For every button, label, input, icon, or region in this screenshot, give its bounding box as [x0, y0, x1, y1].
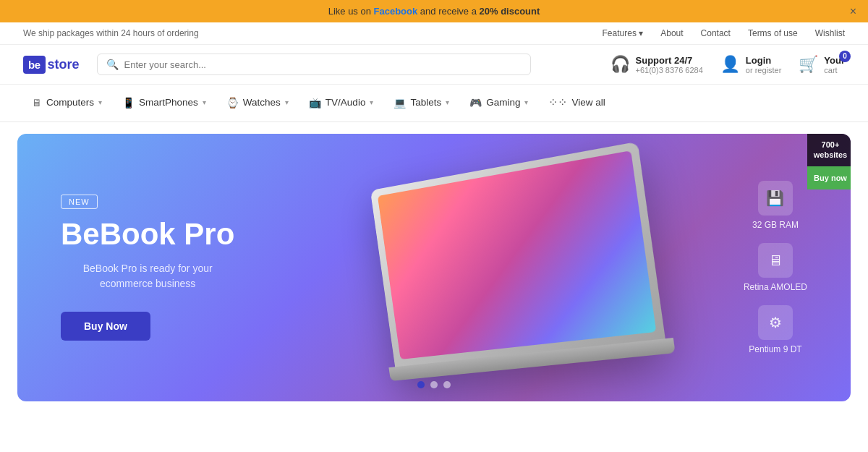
hero-banner: NEW BeBook Pro BeBook Pro is ready for y… — [17, 134, 851, 401]
nav-item-watches[interactable]: ⌚ Watches ▾ — [218, 87, 297, 120]
ram-icon: 💾 — [758, 181, 793, 216]
login-label: Login — [746, 55, 782, 66]
logo[interactable]: be store — [23, 56, 80, 74]
spec-ram-label: 32 GB RAM — [752, 220, 799, 230]
nav-item-computers[interactable]: 🖥 Computers ▾ — [23, 87, 111, 120]
facebook-link[interactable]: Facebook — [374, 6, 418, 17]
computers-icon: 🖥 — [32, 97, 42, 108]
chevron-down-icon: ▾ — [446, 98, 449, 106]
nav-bar: 🖥 Computers ▾ 📱 SmartPhones ▾ ⌚ Watches … — [0, 85, 868, 122]
nav-item-smartphones[interactable]: 📱 SmartPhones ▾ — [114, 87, 215, 120]
support-phone: +61(0)3 8376 6284 — [636, 66, 703, 74]
hero-content: NEW BeBook Pro BeBook Pro is ready for y… — [61, 195, 234, 341]
dot-1[interactable] — [417, 381, 425, 388]
smartphones-icon: 📱 — [122, 97, 135, 108]
chevron-down-icon: ▾ — [98, 98, 102, 106]
nav-item-gaming[interactable]: 🎮 Gaming ▾ — [461, 87, 537, 120]
search-icon: 🔍 — [106, 59, 119, 70]
nav-item-viewall[interactable]: ⁘⁘ View all — [540, 85, 613, 121]
side-panel: 700+700+ websiteswebsites Buy now — [807, 134, 851, 189]
discount-highlight: 20% discount — [480, 6, 540, 17]
support-link[interactable]: 🎧 Support 24/7 +61(0)3 8376 6284 — [610, 55, 703, 74]
side-panel-buynow[interactable]: Buy now — [807, 166, 851, 189]
about-link[interactable]: About — [660, 28, 683, 38]
tv-icon: 📺 — [309, 97, 321, 108]
hero-subtitle: BeBook Pro is ready for yourecommerce bu… — [61, 261, 234, 291]
hero-specs: 💾 32 GB RAM 🖥 Retina AMOLED ⚙ Pentium 9 … — [744, 181, 807, 354]
hero-title: BeBook Pro — [61, 218, 234, 251]
nav-label-gaming: Gaming — [486, 97, 520, 108]
nav-label-tablets: Tablets — [410, 97, 441, 108]
headset-icon: 🎧 — [610, 55, 630, 74]
main-header: be store 🔍 🎧 Support 24/7 +61(0)3 8376 6… — [0, 45, 868, 85]
search-bar: 🔍 — [97, 54, 531, 75]
tablet-icon: 💻 — [393, 97, 406, 108]
laptop-screen — [378, 150, 656, 359]
spec-cpu: ⚙ Pentium 9 DT — [744, 305, 807, 354]
chevron-down-icon: ▾ — [203, 98, 206, 106]
logo-be: be — [23, 56, 46, 74]
register-label: or register — [746, 66, 782, 74]
nav-label-tvaudio: TV/Audio — [326, 97, 366, 108]
nav-label-smartphones: SmartPhones — [139, 97, 198, 108]
contact-link[interactable]: Contact — [701, 28, 731, 38]
nav-label-computers: Computers — [46, 97, 94, 108]
user-icon: 👤 — [720, 55, 740, 74]
banner-text: Like us on Facebook and receive a 20% di… — [328, 6, 540, 17]
nav-label-watches: Watches — [243, 97, 281, 108]
cart-link[interactable]: 🛒 0 Your cart — [799, 55, 845, 74]
chevron-down-icon: ▾ — [285, 98, 289, 106]
laptop-body — [370, 142, 668, 380]
header-actions: 🎧 Support 24/7 +61(0)3 8376 6284 👤 Login… — [610, 55, 845, 74]
wishlist-link[interactable]: Wishlist — [815, 28, 845, 38]
cart-badge: 0 — [839, 51, 851, 62]
chevron-down-icon: ▾ — [370, 98, 373, 106]
gaming-icon: 🎮 — [469, 97, 482, 108]
hero-dots — [417, 381, 451, 388]
features-link[interactable]: Features ▾ — [603, 28, 644, 38]
banner-close-button[interactable]: × — [850, 5, 856, 18]
cart-icon: 🛒 — [799, 55, 818, 74]
hero-laptop-image — [373, 166, 677, 369]
logo-store: store — [48, 57, 80, 72]
nav-label-viewall: View all — [571, 97, 605, 108]
cart-sub: cart — [824, 66, 845, 74]
spec-cpu-label: Pentium 9 DT — [749, 344, 801, 354]
watches-icon: ⌚ — [226, 97, 239, 108]
spec-ram: 💾 32 GB RAM — [744, 181, 807, 230]
chevron-down-icon: ▾ — [524, 98, 528, 106]
grid-icon: ⁘⁘ — [548, 95, 567, 109]
sub-header-links: Features ▾ About Contact Terms of use Wi… — [603, 28, 845, 38]
shipping-notice: We ship packages within 24 hours of orde… — [23, 28, 199, 38]
nav-item-tablets[interactable]: 💻 Tablets ▾ — [385, 87, 458, 120]
display-icon: 🖥 — [758, 243, 793, 278]
nav-item-tvaudio[interactable]: 📺 TV/Audio ▾ — [300, 87, 383, 120]
login-link[interactable]: 👤 Login or register — [720, 55, 782, 74]
terms-link[interactable]: Terms of use — [748, 28, 798, 38]
side-panel-websites: 700+700+ websiteswebsites — [807, 134, 851, 166]
spec-display-label: Retina AMOLED — [744, 282, 807, 292]
spec-display: 🖥 Retina AMOLED — [744, 243, 807, 292]
sub-header: We ship packages within 24 hours of orde… — [0, 22, 868, 45]
dot-2[interactable] — [430, 381, 438, 388]
hero-badge: NEW — [61, 195, 98, 209]
dot-3[interactable] — [443, 381, 451, 388]
hero-cta-button[interactable]: Buy Now — [61, 312, 150, 341]
cpu-icon: ⚙ — [758, 305, 793, 340]
search-input[interactable] — [124, 59, 522, 70]
top-banner: Like us on Facebook and receive a 20% di… — [0, 0, 868, 22]
support-label: Support 24/7 — [636, 55, 703, 66]
